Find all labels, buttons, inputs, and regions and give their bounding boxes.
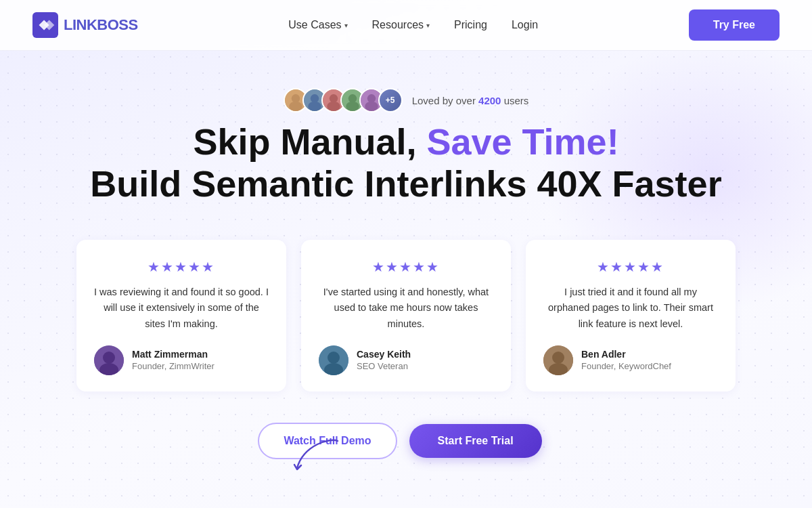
testimonial-card-1: ★★★★★ I was reviewing it and found it so…: [76, 240, 286, 391]
author-1: Matt Zimmerman Founder, ZimmWriter: [94, 345, 269, 375]
stars-3: ★★★★★: [543, 259, 718, 275]
quote-3: I just tried it and it found all my orph…: [543, 284, 718, 332]
author-3: Ben Adler Founder, KeywordChef: [543, 345, 718, 375]
quote-2: I've started using it and honestly, what…: [319, 284, 493, 332]
quote-1: I was reviewing it and found it so good.…: [94, 284, 269, 332]
nav-resources-label[interactable]: Resources: [372, 19, 424, 31]
author-role-3: Founder, KeywordChef: [581, 361, 671, 371]
nav-use-cases[interactable]: Use Cases ▾: [288, 19, 347, 31]
author-role-1: Founder, ZimmWriter: [132, 361, 215, 371]
loved-suffix: users: [504, 95, 529, 106]
author-info-1: Matt Zimmerman Founder, ZimmWriter: [132, 349, 215, 371]
headline-accent: Save Time!: [426, 121, 618, 162]
svg-point-14: [367, 94, 375, 102]
svg-point-3: [289, 102, 302, 111]
author-info-3: Ben Adler Founder, KeywordChef: [581, 349, 671, 371]
curved-arrow-icon: [290, 434, 344, 482]
start-trial-button[interactable]: Start Free Trial: [409, 424, 542, 458]
chevron-down-icon: ▾: [344, 22, 348, 29]
loved-prefix: Loved by over: [412, 95, 476, 106]
chevron-down-icon: ▾: [426, 22, 430, 29]
svg-point-8: [329, 94, 337, 102]
nav-resources[interactable]: Resources ▾: [372, 19, 430, 31]
stars-1: ★★★★★: [94, 259, 269, 275]
stars-2: ★★★★★: [319, 259, 493, 275]
author-info-2: Casey Keith SEO Veteran: [357, 349, 411, 371]
svg-point-20: [328, 352, 340, 364]
svg-point-11: [348, 94, 356, 102]
cta-section: Watch Full Demo Start Free Trial: [0, 402, 812, 473]
navbar: LINKBOSS Use Cases ▾ Resources ▾ Pricing…: [0, 0, 812, 51]
svg-point-17: [103, 352, 115, 364]
logo-icon: [32, 12, 58, 38]
svg-point-2: [291, 94, 299, 102]
testimonial-card-3: ★★★★★ I just tried it and it found all m…: [526, 240, 736, 391]
testimonial-card-2: ★★★★★ I've started using it and honestly…: [301, 240, 511, 391]
svg-point-9: [327, 102, 340, 111]
loved-text: Loved by over 4200 users: [412, 95, 529, 106]
social-proof-group: +5 Loved by over 4200 users: [14, 88, 798, 112]
nav-login-label[interactable]: Login: [512, 19, 538, 30]
svg-point-5: [310, 94, 318, 102]
headline-part1: Skip Manual,: [193, 121, 426, 162]
svg-point-6: [308, 102, 321, 111]
headline-line1: Skip Manual, Save Time!: [14, 121, 798, 163]
testimonials-section: ★★★★★ I was reviewing it and found it so…: [0, 218, 812, 402]
author-name-2: Casey Keith: [357, 349, 411, 360]
nav-login[interactable]: Login: [512, 19, 538, 31]
try-free-button[interactable]: Try Free: [689, 9, 780, 41]
author-name-1: Matt Zimmerman: [132, 349, 215, 360]
logo-text: LINKBOSS: [64, 16, 138, 34]
author-avatar-3: [543, 345, 573, 375]
nav-use-cases-label[interactable]: Use Cases: [288, 19, 341, 31]
svg-point-23: [552, 352, 564, 364]
loved-count: 4200: [478, 95, 501, 106]
nav-pricing-label[interactable]: Pricing: [454, 19, 487, 30]
nav-links: Use Cases ▾ Resources ▾ Pricing Login: [288, 19, 538, 31]
author-name-3: Ben Adler: [581, 349, 671, 360]
svg-point-12: [346, 102, 359, 111]
avatar-stack: +5: [284, 88, 403, 112]
nav-pricing[interactable]: Pricing: [454, 19, 487, 31]
author-avatar-1: [94, 345, 124, 375]
headline-line2: Build Semantic Interlinks 40X Faster: [14, 163, 798, 205]
author-role-2: SEO Veteran: [357, 361, 411, 371]
author-2: Casey Keith SEO Veteran: [319, 345, 493, 375]
headline: Skip Manual, Save Time! Build Semantic I…: [14, 121, 798, 205]
author-avatar-2: [319, 345, 348, 375]
hero-section: +5 Loved by over 4200 users Skip Manual,…: [0, 51, 812, 218]
logo-link[interactable]: LINKBOSS: [32, 12, 138, 38]
avatar-plus: +5: [378, 88, 403, 112]
svg-point-15: [365, 102, 378, 111]
